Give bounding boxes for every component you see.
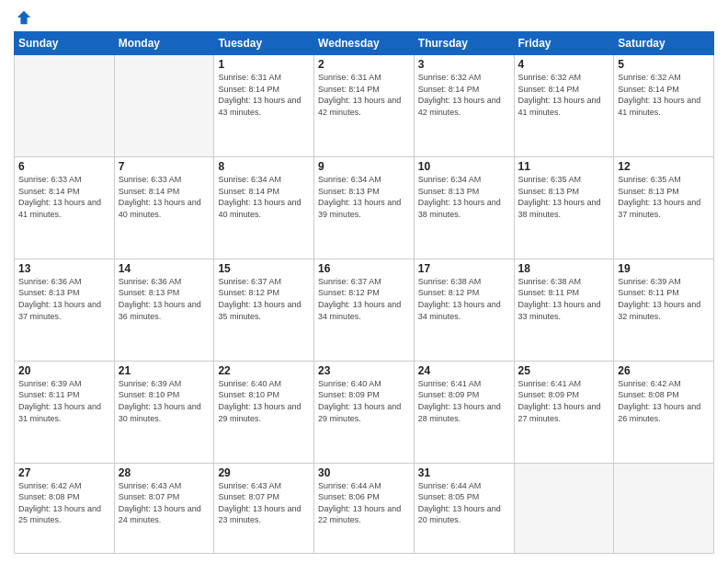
day-number: 6 <box>18 160 110 173</box>
calendar-cell: 3Sunrise: 6:32 AMSunset: 8:14 PMDaylight… <box>414 55 514 157</box>
calendar-cell: 24Sunrise: 6:41 AMSunset: 8:09 PMDayligh… <box>414 361 514 463</box>
day-number: 1 <box>218 58 310 71</box>
calendar-cell: 1Sunrise: 6:31 AMSunset: 8:14 PMDaylight… <box>214 55 314 157</box>
calendar-cell: 13Sunrise: 6:36 AMSunset: 8:13 PMDayligh… <box>15 259 115 361</box>
calendar-cell <box>15 55 115 157</box>
calendar-cell: 21Sunrise: 6:39 AMSunset: 8:10 PMDayligh… <box>114 361 214 463</box>
calendar-cell: 22Sunrise: 6:40 AMSunset: 8:10 PMDayligh… <box>214 361 314 463</box>
calendar-cell: 15Sunrise: 6:37 AMSunset: 8:12 PMDayligh… <box>214 259 314 361</box>
calendar-cell: 10Sunrise: 6:34 AMSunset: 8:13 PMDayligh… <box>414 156 514 259</box>
calendar-cell <box>614 463 714 553</box>
day-info: Sunrise: 6:41 AMSunset: 8:09 PMDaylight:… <box>518 378 610 424</box>
day-number: 20 <box>18 364 110 377</box>
day-info: Sunrise: 6:34 AMSunset: 8:13 PMDaylight:… <box>318 174 410 220</box>
day-number: 27 <box>18 466 110 479</box>
day-number: 11 <box>518 160 610 173</box>
day-number: 22 <box>218 364 310 377</box>
day-number: 7 <box>119 160 210 173</box>
calendar-cell: 29Sunrise: 6:43 AMSunset: 8:07 PMDayligh… <box>214 463 314 553</box>
day-info: Sunrise: 6:35 AMSunset: 8:13 PMDaylight:… <box>518 174 610 220</box>
day-number: 29 <box>218 466 310 479</box>
day-info: Sunrise: 6:40 AMSunset: 8:10 PMDaylight:… <box>218 378 310 424</box>
day-info: Sunrise: 6:38 AMSunset: 8:11 PMDaylight:… <box>518 276 610 322</box>
day-info: Sunrise: 6:41 AMSunset: 8:09 PMDaylight:… <box>418 378 510 424</box>
calendar-cell: 8Sunrise: 6:34 AMSunset: 8:14 PMDaylight… <box>214 156 314 259</box>
day-info: Sunrise: 6:31 AMSunset: 8:14 PMDaylight:… <box>218 72 310 118</box>
weekday-header: Thursday <box>414 32 514 55</box>
day-number: 25 <box>518 364 610 377</box>
calendar-cell: 27Sunrise: 6:42 AMSunset: 8:08 PMDayligh… <box>15 463 115 553</box>
day-number: 3 <box>418 58 510 71</box>
day-number: 18 <box>518 262 610 275</box>
calendar-cell: 16Sunrise: 6:37 AMSunset: 8:12 PMDayligh… <box>314 259 415 361</box>
day-info: Sunrise: 6:33 AMSunset: 8:14 PMDaylight:… <box>18 174 110 220</box>
weekday-header: Saturday <box>614 32 714 55</box>
calendar-cell: 4Sunrise: 6:32 AMSunset: 8:14 PMDaylight… <box>514 55 614 157</box>
day-info: Sunrise: 6:31 AMSunset: 8:14 PMDaylight:… <box>318 72 410 118</box>
day-info: Sunrise: 6:33 AMSunset: 8:14 PMDaylight:… <box>119 174 210 220</box>
day-info: Sunrise: 6:43 AMSunset: 8:07 PMDaylight:… <box>218 480 310 526</box>
day-number: 9 <box>318 160 410 173</box>
day-info: Sunrise: 6:32 AMSunset: 8:14 PMDaylight:… <box>518 72 610 118</box>
day-info: Sunrise: 6:34 AMSunset: 8:13 PMDaylight:… <box>418 174 510 220</box>
day-number: 16 <box>318 262 410 275</box>
calendar-cell: 31Sunrise: 6:44 AMSunset: 8:05 PMDayligh… <box>414 463 514 553</box>
day-number: 13 <box>18 262 110 275</box>
day-info: Sunrise: 6:39 AMSunset: 8:11 PMDaylight:… <box>18 378 110 424</box>
calendar-cell: 19Sunrise: 6:39 AMSunset: 8:11 PMDayligh… <box>614 259 714 361</box>
day-info: Sunrise: 6:36 AMSunset: 8:13 PMDaylight:… <box>119 276 210 322</box>
day-info: Sunrise: 6:37 AMSunset: 8:12 PMDaylight:… <box>218 276 310 322</box>
calendar-cell: 28Sunrise: 6:43 AMSunset: 8:07 PMDayligh… <box>114 463 214 553</box>
day-number: 21 <box>119 364 210 377</box>
day-number: 5 <box>618 58 710 71</box>
day-number: 28 <box>119 466 210 479</box>
header <box>14 9 714 26</box>
page: SundayMondayTuesdayWednesdayThursdayFrid… <box>0 0 728 563</box>
day-info: Sunrise: 6:35 AMSunset: 8:13 PMDaylight:… <box>618 174 710 220</box>
calendar-cell: 25Sunrise: 6:41 AMSunset: 8:09 PMDayligh… <box>514 361 614 463</box>
day-number: 15 <box>218 262 310 275</box>
day-number: 12 <box>618 160 710 173</box>
day-number: 23 <box>318 364 410 377</box>
day-info: Sunrise: 6:39 AMSunset: 8:11 PMDaylight:… <box>618 276 710 322</box>
weekday-header: Sunday <box>15 32 115 55</box>
calendar-cell <box>114 55 214 157</box>
day-info: Sunrise: 6:37 AMSunset: 8:12 PMDaylight:… <box>318 276 410 322</box>
day-number: 31 <box>418 466 510 479</box>
calendar-cell <box>514 463 614 553</box>
day-info: Sunrise: 6:32 AMSunset: 8:14 PMDaylight:… <box>618 72 710 118</box>
weekday-header: Tuesday <box>214 32 314 55</box>
calendar-cell: 20Sunrise: 6:39 AMSunset: 8:11 PMDayligh… <box>15 361 115 463</box>
svg-marker-0 <box>17 11 30 24</box>
calendar-cell: 18Sunrise: 6:38 AMSunset: 8:11 PMDayligh… <box>514 259 614 361</box>
day-info: Sunrise: 6:32 AMSunset: 8:14 PMDaylight:… <box>418 72 510 118</box>
calendar-cell: 2Sunrise: 6:31 AMSunset: 8:14 PMDaylight… <box>314 55 415 157</box>
day-number: 17 <box>418 262 510 275</box>
day-info: Sunrise: 6:42 AMSunset: 8:08 PMDaylight:… <box>18 480 110 526</box>
calendar-cell: 11Sunrise: 6:35 AMSunset: 8:13 PMDayligh… <box>514 156 614 259</box>
calendar-cell: 12Sunrise: 6:35 AMSunset: 8:13 PMDayligh… <box>614 156 714 259</box>
calendar-cell: 7Sunrise: 6:33 AMSunset: 8:14 PMDaylight… <box>114 156 214 259</box>
day-info: Sunrise: 6:42 AMSunset: 8:08 PMDaylight:… <box>618 378 710 424</box>
day-info: Sunrise: 6:39 AMSunset: 8:10 PMDaylight:… <box>119 378 210 424</box>
day-number: 19 <box>618 262 710 275</box>
day-number: 24 <box>418 364 510 377</box>
calendar-cell: 9Sunrise: 6:34 AMSunset: 8:13 PMDaylight… <box>314 156 415 259</box>
day-number: 26 <box>618 364 710 377</box>
day-info: Sunrise: 6:38 AMSunset: 8:12 PMDaylight:… <box>418 276 510 322</box>
calendar-cell: 23Sunrise: 6:40 AMSunset: 8:09 PMDayligh… <box>314 361 415 463</box>
calendar-table: SundayMondayTuesdayWednesdayThursdayFrid… <box>14 31 714 554</box>
calendar-cell: 30Sunrise: 6:44 AMSunset: 8:06 PMDayligh… <box>314 463 415 553</box>
logo-icon <box>16 9 32 26</box>
day-info: Sunrise: 6:44 AMSunset: 8:06 PMDaylight:… <box>318 480 410 526</box>
logo <box>14 9 32 26</box>
calendar-cell: 26Sunrise: 6:42 AMSunset: 8:08 PMDayligh… <box>614 361 714 463</box>
calendar-cell: 5Sunrise: 6:32 AMSunset: 8:14 PMDaylight… <box>614 55 714 157</box>
weekday-header: Monday <box>114 32 214 55</box>
calendar-cell: 6Sunrise: 6:33 AMSunset: 8:14 PMDaylight… <box>15 156 115 259</box>
day-info: Sunrise: 6:43 AMSunset: 8:07 PMDaylight:… <box>119 480 210 526</box>
calendar-cell: 14Sunrise: 6:36 AMSunset: 8:13 PMDayligh… <box>114 259 214 361</box>
day-info: Sunrise: 6:36 AMSunset: 8:13 PMDaylight:… <box>18 276 110 322</box>
day-number: 10 <box>418 160 510 173</box>
day-number: 8 <box>218 160 310 173</box>
